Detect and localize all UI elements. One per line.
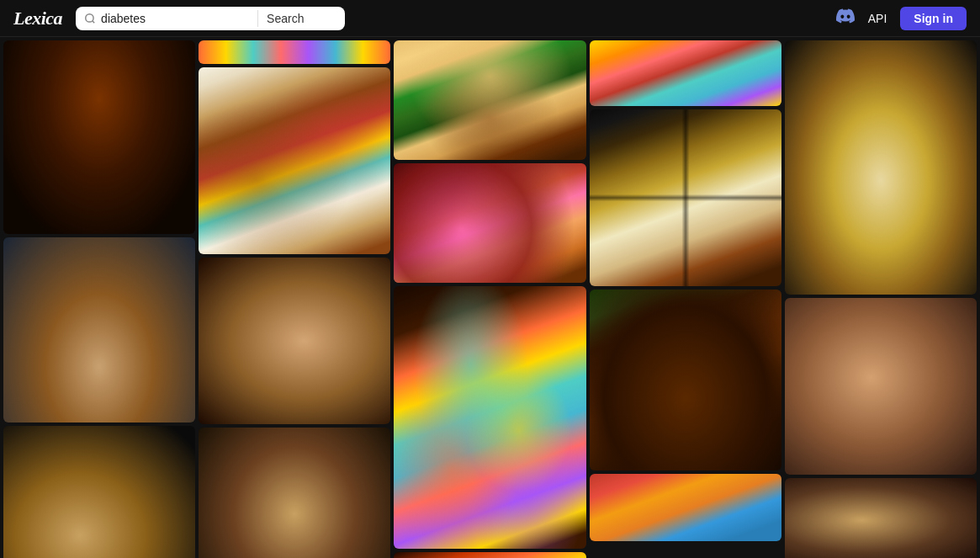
grid-col-3 xyxy=(394,40,585,558)
list-item[interactable] xyxy=(590,474,781,541)
image-grid xyxy=(0,37,980,558)
list-item[interactable] xyxy=(590,40,781,106)
list-item[interactable] xyxy=(3,426,195,558)
list-item[interactable] xyxy=(3,237,195,422)
list-item[interactable] xyxy=(394,40,585,160)
svg-point-0 xyxy=(86,13,93,21)
header: Lexica Search API Sign in xyxy=(0,0,980,37)
grid-col-5 xyxy=(785,40,977,558)
list-item[interactable] xyxy=(394,163,585,283)
search-button[interactable]: Search xyxy=(257,10,312,27)
discord-icon[interactable] xyxy=(836,7,855,29)
grid-col-4 xyxy=(590,40,781,541)
signin-button[interactable]: Sign in xyxy=(900,7,967,30)
list-item[interactable] xyxy=(785,40,977,295)
search-input[interactable] xyxy=(101,12,252,25)
list-item[interactable] xyxy=(590,109,781,286)
list-item[interactable] xyxy=(785,298,977,475)
grid-col-1 xyxy=(3,40,195,558)
list-item[interactable] xyxy=(590,290,781,470)
list-item[interactable] xyxy=(199,258,390,424)
svg-line-1 xyxy=(93,20,95,23)
header-right: API Sign in xyxy=(836,7,967,30)
list-item[interactable] xyxy=(199,67,390,254)
list-item[interactable] xyxy=(199,428,390,558)
list-item[interactable] xyxy=(394,286,585,549)
grid-col-2 xyxy=(199,40,390,558)
logo: Lexica xyxy=(13,8,62,29)
list-item[interactable] xyxy=(394,552,585,558)
api-link[interactable]: API xyxy=(868,12,887,25)
search-bar: Search xyxy=(76,7,345,30)
list-item[interactable] xyxy=(199,40,390,64)
list-item[interactable] xyxy=(785,478,977,558)
search-icon xyxy=(84,13,96,24)
list-item[interactable] xyxy=(3,40,195,234)
